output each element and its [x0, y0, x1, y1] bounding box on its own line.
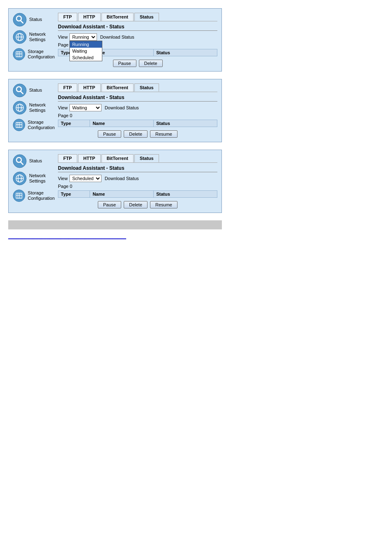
view-row-2: View Waiting Running Scheduled Download …	[58, 104, 217, 111]
svg-point-24	[13, 155, 26, 168]
resume-button-2[interactable]: Resume	[150, 130, 178, 138]
gray-bar	[8, 220, 222, 229]
download-status-label-2: Download Status	[105, 105, 139, 110]
tab-http-3[interactable]: HTTP	[78, 154, 101, 162]
col-status-1: Status	[154, 49, 217, 56]
panel-1: Status NetworkSettings	[8, 8, 222, 72]
storage-icon-3	[13, 189, 25, 203]
sidebar-1: Status NetworkSettings	[13, 13, 58, 67]
sidebar-item-storage-1[interactable]: StorageConfiguration	[13, 47, 55, 61]
svg-point-31	[13, 190, 25, 202]
sidebar-label-storage-1: StorageConfiguration	[28, 49, 55, 60]
tab-bittorrent-2[interactable]: BitTorrent	[101, 83, 134, 92]
sidebar-label-status-3: Status	[29, 158, 42, 164]
search-icon-2	[13, 83, 27, 97]
sidebar-label-status-2: Status	[29, 88, 42, 93]
tab-ftp-1[interactable]: FTP	[58, 13, 77, 21]
sidebar-3: Status NetworkSettings	[13, 154, 58, 208]
network-icon-3	[13, 171, 27, 185]
col-status-2: Status	[154, 120, 217, 127]
page-row-3: Page 0	[58, 184, 217, 189]
view-select-2[interactable]: Waiting Running Scheduled	[69, 104, 101, 111]
content-2: FTP HTTP BitTorrent Status Download Assi…	[58, 83, 217, 138]
sidebar-label-storage-3: StorageConfiguration	[28, 190, 55, 201]
download-status-label-3: Download Status	[105, 176, 139, 181]
tab-bar-2: FTP HTTP BitTorrent Status	[58, 83, 217, 92]
tab-status-2[interactable]: Status	[134, 83, 159, 92]
svg-point-19	[13, 119, 25, 131]
sidebar-item-storage-3[interactable]: StorageConfiguration	[13, 189, 55, 203]
view-dropdown-1[interactable]: Running Running Waiting Scheduled	[69, 33, 97, 41]
sidebar-item-network-1[interactable]: NetworkSettings	[13, 30, 55, 44]
search-icon-3	[13, 154, 27, 168]
sidebar-label-status-1: Status	[29, 17, 42, 22]
sidebar-item-status-1[interactable]: Status	[13, 13, 55, 27]
tab-bittorrent-1[interactable]: BitTorrent	[101, 13, 134, 21]
btn-row-3: Pause Delete Resume	[58, 201, 217, 208]
section-title-3: Download Assistant - Status	[58, 165, 217, 172]
col-type-2: Type	[58, 120, 90, 127]
view-label-1: View	[58, 35, 68, 39]
col-type-3: Type	[58, 191, 90, 198]
sidebar-label-network-3: NetworkSettings	[29, 173, 46, 184]
tab-bittorrent-3[interactable]: BitTorrent	[101, 154, 134, 162]
dropdown-menu-1: Running Waiting Scheduled	[69, 41, 102, 61]
delete-button-1[interactable]: Delete	[139, 60, 163, 67]
tab-ftp-2[interactable]: FTP	[58, 83, 77, 92]
network-icon-1	[13, 30, 27, 44]
view-select-1[interactable]: Running	[69, 33, 97, 41]
resume-button-3[interactable]: Resume	[150, 201, 178, 208]
col-name-2: Name	[90, 120, 154, 127]
sidebar-label-network-1: NetworkSettings	[29, 32, 46, 42]
section-title-1: Download Assistant - Status	[58, 24, 217, 31]
data-table-3: Type Name Status	[58, 190, 217, 198]
tab-ftp-3[interactable]: FTP	[58, 154, 77, 162]
tab-bar-1: FTP HTTP BitTorrent Status	[58, 13, 217, 21]
svg-point-0	[13, 13, 26, 26]
sidebar-label-network-2: NetworkSettings	[29, 102, 46, 113]
network-icon-2	[13, 101, 27, 115]
sidebar-item-status-2[interactable]: Status	[13, 83, 55, 97]
download-status-label-1: Download Status	[100, 35, 134, 39]
section-title-2: Download Assistant - Status	[58, 95, 217, 102]
sidebar-2: Status NetworkSettings	[13, 83, 58, 138]
col-name-3: Name	[90, 191, 154, 198]
panel-3: Status NetworkSettings	[8, 150, 222, 213]
delete-button-3[interactable]: Delete	[124, 201, 148, 208]
storage-icon-1	[13, 47, 25, 61]
sidebar-item-storage-2[interactable]: StorageConfiguration	[13, 118, 55, 132]
pause-button-3[interactable]: Pause	[98, 201, 121, 208]
tab-status-1[interactable]: Status	[134, 13, 159, 21]
page-row-2: Page 0	[58, 113, 217, 118]
tab-bar-3: FTP HTTP BitTorrent Status	[58, 154, 217, 163]
dropdown-item-scheduled[interactable]: Scheduled	[70, 54, 102, 61]
tab-http-1[interactable]: HTTP	[78, 13, 101, 21]
tab-status-3[interactable]: Status	[134, 154, 159, 162]
panel-2: Status NetworkSettings	[8, 79, 222, 142]
search-icon-1	[13, 13, 27, 27]
storage-icon-2	[13, 118, 25, 132]
col-status-3: Status	[154, 191, 217, 198]
sidebar-item-network-3[interactable]: NetworkSettings	[13, 171, 55, 185]
delete-button-2[interactable]: Delete	[124, 130, 148, 138]
dropdown-item-running[interactable]: Running	[70, 41, 102, 48]
view-row-1: View Running Running Waiting Scheduled D…	[58, 33, 217, 41]
view-label-2: View	[58, 105, 68, 110]
sidebar-label-storage-2: StorageConfiguration	[28, 120, 55, 130]
content-1: FTP HTTP BitTorrent Status Download Assi…	[58, 13, 217, 67]
data-table-2: Type Name Status	[58, 120, 217, 127]
content-3: FTP HTTP BitTorrent Status Download Assi…	[58, 154, 217, 208]
dropdown-item-waiting[interactable]: Waiting	[70, 48, 102, 54]
sidebar-item-status-3[interactable]: Status	[13, 154, 55, 168]
pause-button-1[interactable]: Pause	[113, 60, 136, 67]
svg-point-12	[13, 84, 26, 97]
sidebar-item-network-2[interactable]: NetworkSettings	[13, 101, 55, 115]
view-label-3: View	[58, 176, 68, 181]
tab-http-2[interactable]: HTTP	[78, 83, 101, 92]
btn-row-2: Pause Delete Resume	[58, 130, 217, 138]
pause-button-2[interactable]: Pause	[98, 130, 121, 138]
blue-link[interactable]: ________________________________________…	[8, 234, 384, 239]
svg-point-7	[13, 49, 25, 60]
view-select-3[interactable]: Scheduled Running Waiting	[69, 175, 101, 182]
view-row-3: View Scheduled Running Waiting Download …	[58, 175, 217, 182]
